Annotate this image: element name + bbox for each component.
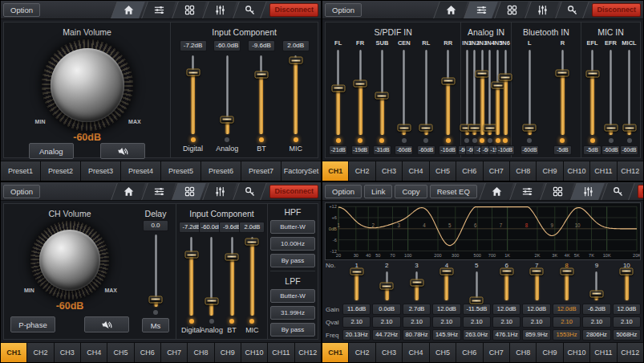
channel-tab[interactable]: CH4	[81, 343, 107, 362]
freq-value[interactable]: 859.9Hz	[522, 329, 550, 341]
channel-tab[interactable]: CH8	[510, 343, 536, 362]
channel-tab[interactable]: CH4	[403, 161, 428, 181]
level-slider[interactable]	[332, 48, 345, 137]
slider-handle[interactable]	[439, 267, 453, 275]
channel-tab[interactable]: CH6	[456, 161, 482, 181]
channel-tab[interactable]: CH11	[268, 343, 294, 362]
slider-handle[interactable]	[245, 239, 259, 246]
tab-faders[interactable]	[203, 183, 237, 200]
channel-tab[interactable]: CH12	[618, 343, 643, 362]
slider-handle[interactable]	[397, 124, 411, 132]
disconnect-button[interactable]: Disconnect	[269, 3, 318, 17]
level-slider[interactable]	[623, 48, 636, 137]
gain-value[interactable]: 12.0dB	[492, 304, 520, 315]
tab-home[interactable]	[434, 2, 468, 18]
channel-tab[interactable]: CH5	[107, 343, 133, 362]
level-slider[interactable]	[354, 48, 367, 137]
freq-value[interactable]: 1553Hz	[553, 329, 581, 341]
channel-tab[interactable]: CH3	[55, 343, 80, 362]
preset-tab[interactable]: Preset5	[161, 161, 200, 181]
mute-button[interactable]	[84, 316, 129, 332]
channel-tab[interactable]: CH10	[564, 343, 589, 362]
level-slider[interactable]	[225, 235, 238, 317]
channel-tab[interactable]: CH3	[376, 161, 402, 181]
channel-tab[interactable]: CH1	[322, 343, 348, 362]
preset-tab[interactable]: Preset2	[41, 161, 80, 181]
channel-tab[interactable]: CH9	[215, 343, 241, 362]
channel-tab[interactable]: CH7	[161, 343, 187, 362]
freq-value[interactable]: 20.13Hz	[342, 329, 371, 341]
slider-handle[interactable]	[585, 70, 599, 77]
slider-handle[interactable]	[184, 251, 198, 259]
reset-eq-button[interactable]: Reset EQ	[430, 185, 477, 198]
level-slider[interactable]	[442, 48, 455, 137]
freq-value[interactable]: 5068Hz	[613, 329, 641, 341]
slider-handle[interactable]	[380, 283, 394, 290]
channel-tab[interactable]: CH11	[590, 343, 616, 362]
preset-tab[interactable]: Preset4	[121, 161, 160, 181]
slider-handle[interactable]	[354, 80, 367, 88]
channel-tab[interactable]: CH12	[618, 161, 643, 181]
freq-value[interactable]: 145.9Hz	[432, 329, 460, 341]
slider-handle[interactable]	[419, 124, 433, 132]
tab-home[interactable]	[111, 183, 146, 200]
freq-value[interactable]: 2806Hz	[582, 329, 610, 341]
preset-tab[interactable]: Preset7	[241, 161, 281, 181]
gain-value[interactable]: 11.6dB	[342, 304, 371, 315]
preset-tab[interactable]: Preset3	[81, 161, 120, 181]
tab-mixer[interactable]	[142, 2, 176, 18]
channel-tab[interactable]: CH7	[484, 161, 509, 181]
freq-value[interactable]: 80.78Hz	[403, 329, 431, 341]
slider-handle[interactable]	[500, 267, 513, 275]
delay-slider[interactable]	[149, 233, 162, 308]
gain-slider[interactable]	[553, 270, 581, 302]
copy-button[interactable]: Copy	[395, 185, 427, 198]
slider-handle[interactable]	[604, 124, 618, 132]
gain-slider[interactable]	[432, 270, 460, 302]
channel-tab[interactable]: CH6	[456, 343, 482, 362]
level-slider[interactable]	[255, 54, 268, 136]
slider-handle[interactable]	[289, 57, 302, 64]
level-slider[interactable]	[499, 48, 512, 137]
phase-button[interactable]: P-phase	[10, 316, 55, 332]
tab-key[interactable]	[233, 2, 268, 18]
slider-handle[interactable]	[622, 124, 636, 132]
tab-home[interactable]	[479, 183, 513, 200]
option-button[interactable]: Option	[325, 185, 362, 198]
tab-faders[interactable]	[570, 183, 605, 200]
analog-source-button[interactable]: Analog	[29, 143, 74, 159]
delay-unit-button[interactable]: Ms	[142, 318, 169, 332]
level-slider[interactable]	[523, 48, 536, 137]
channel-tab[interactable]: CH10	[241, 343, 267, 362]
preset-tab[interactable]: FactorySet	[281, 161, 321, 181]
slider-handle[interactable]	[225, 253, 239, 260]
gain-slider[interactable]	[492, 270, 520, 302]
level-slider[interactable]	[605, 48, 618, 137]
channel-tab[interactable]: CH2	[27, 343, 53, 362]
channel-tab[interactable]: CH4	[403, 343, 428, 362]
disconnect-button[interactable]: Disconnect	[269, 185, 318, 198]
freq-value[interactable]: 263.0Hz	[463, 329, 491, 341]
slider-handle[interactable]	[523, 124, 537, 132]
qval-value[interactable]: 2.10	[342, 316, 371, 328]
link-button[interactable]: Link	[364, 185, 392, 198]
slider-handle[interactable]	[499, 74, 512, 81]
channel-tab[interactable]: CH2	[349, 343, 375, 362]
channel-tab[interactable]: CH2	[349, 161, 375, 181]
tab-grid[interactable]	[540, 183, 574, 200]
slider-handle[interactable]	[149, 296, 163, 303]
qval-value[interactable]: 2.10	[432, 316, 460, 328]
qval-value[interactable]: 2.10	[613, 316, 641, 328]
tab-grid[interactable]	[172, 183, 207, 200]
slider-handle[interactable]	[470, 297, 484, 304]
option-button[interactable]: Option	[3, 3, 40, 17]
slider-handle[interactable]	[205, 297, 218, 304]
tab-grid[interactable]	[172, 2, 207, 18]
channel-tab[interactable]: CH1	[1, 343, 26, 362]
tab-mixer[interactable]	[464, 2, 499, 18]
gain-slider[interactable]	[582, 270, 610, 302]
qval-value[interactable]: 2.10	[553, 316, 581, 328]
gain-value[interactable]: 12.0dB	[553, 304, 581, 315]
slider-handle[interactable]	[221, 116, 234, 123]
freq-value[interactable]: 44.72Hz	[372, 329, 400, 341]
